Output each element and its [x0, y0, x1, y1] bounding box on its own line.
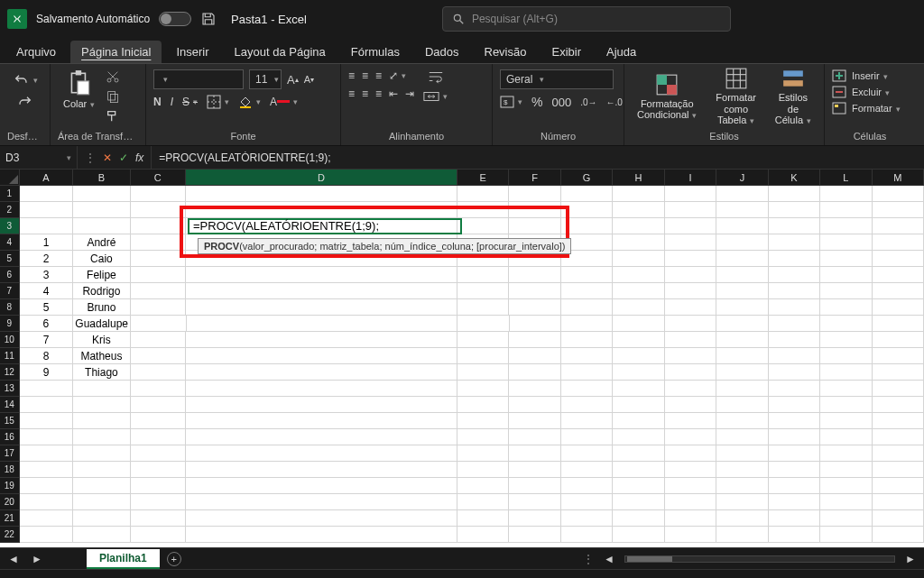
cell[interactable]: [20, 527, 73, 543]
cell[interactable]: [665, 429, 716, 445]
align-bottom-icon[interactable]: ≡: [375, 69, 382, 82]
cell[interactable]: 1: [20, 234, 73, 251]
undo-button[interactable]: [12, 73, 38, 87]
cell[interactable]: [873, 397, 924, 413]
cell[interactable]: [613, 251, 664, 267]
cell[interactable]: [613, 462, 664, 478]
cell[interactable]: [131, 478, 186, 494]
cell[interactable]: [716, 202, 768, 218]
col-header-F[interactable]: F: [509, 170, 560, 186]
cell[interactable]: [820, 202, 872, 218]
cell[interactable]: [131, 251, 186, 267]
name-box[interactable]: D3▾: [0, 146, 78, 169]
cell[interactable]: [186, 445, 457, 462]
tab-insert[interactable]: Inserir: [165, 41, 219, 63]
cell[interactable]: [509, 364, 560, 381]
row-header[interactable]: 16: [0, 429, 20, 445]
cell[interactable]: [186, 283, 457, 299]
cell[interactable]: Rodrigo: [73, 283, 130, 299]
cell[interactable]: [509, 478, 560, 494]
cell[interactable]: [613, 445, 664, 462]
align-right-icon[interactable]: ≡: [375, 87, 382, 100]
conditional-formatting-button[interactable]: Formatação Condicional: [632, 71, 702, 123]
cell[interactable]: [873, 202, 924, 218]
align-left-icon[interactable]: ≡: [348, 87, 355, 100]
cell[interactable]: 7: [20, 332, 73, 348]
cell[interactable]: [561, 494, 613, 510]
cell[interactable]: [509, 186, 560, 202]
cell[interactable]: [873, 445, 924, 462]
cell[interactable]: [73, 186, 130, 202]
col-header-G[interactable]: G: [561, 170, 613, 186]
cell[interactable]: [820, 527, 872, 543]
cell[interactable]: [665, 251, 716, 267]
cell[interactable]: [820, 364, 872, 381]
cell[interactable]: [20, 186, 73, 202]
cell[interactable]: [509, 462, 560, 478]
cell[interactable]: [73, 413, 130, 429]
cell[interactable]: [820, 445, 872, 462]
cell[interactable]: [665, 267, 716, 283]
cell[interactable]: [73, 510, 130, 527]
cell[interactable]: [73, 397, 130, 413]
cell[interactable]: [820, 332, 872, 348]
row-header[interactable]: 3: [0, 218, 20, 234]
cell[interactable]: [613, 510, 664, 527]
cell[interactable]: [131, 494, 186, 510]
cell[interactable]: [665, 381, 716, 397]
cell[interactable]: [873, 494, 924, 510]
cell[interactable]: [561, 397, 613, 413]
cell[interactable]: [613, 202, 664, 218]
cell[interactable]: Thiago: [73, 364, 130, 381]
cell[interactable]: [186, 510, 457, 527]
cell[interactable]: [769, 478, 820, 494]
cell[interactable]: Caio: [73, 251, 130, 267]
cell[interactable]: [131, 267, 186, 283]
cell[interactable]: [509, 510, 560, 527]
cell[interactable]: [131, 364, 186, 381]
col-header-E[interactable]: E: [457, 170, 509, 186]
cell[interactable]: [186, 299, 457, 316]
cell[interactable]: [20, 429, 73, 445]
cell[interactable]: [769, 429, 820, 445]
tab-page-layout[interactable]: Layout da Página: [224, 41, 337, 63]
cell[interactable]: [131, 527, 186, 543]
hscroll-left[interactable]: ◄: [601, 553, 617, 565]
cell[interactable]: [613, 397, 664, 413]
cell[interactable]: [873, 316, 924, 332]
hscroll-right[interactable]: ►: [902, 553, 919, 565]
cell[interactable]: [716, 234, 768, 251]
cell[interactable]: [561, 445, 613, 462]
cell[interactable]: [457, 462, 509, 478]
accounting-format-icon[interactable]: $: [500, 96, 522, 108]
cell[interactable]: [561, 478, 613, 494]
row-header[interactable]: 17: [0, 445, 20, 462]
cell[interactable]: [613, 429, 664, 445]
cell[interactable]: [769, 527, 820, 543]
cell[interactable]: [509, 299, 560, 316]
cell[interactable]: [820, 234, 872, 251]
tab-view[interactable]: Exibir: [541, 41, 592, 63]
cell[interactable]: [665, 462, 716, 478]
cell[interactable]: [613, 267, 664, 283]
cell[interactable]: [509, 397, 560, 413]
cell[interactable]: [510, 316, 561, 332]
cell[interactable]: [820, 462, 872, 478]
cell[interactable]: [665, 494, 716, 510]
align-middle-icon[interactable]: ≡: [362, 69, 368, 82]
row-header[interactable]: 14: [0, 397, 20, 413]
cell[interactable]: [457, 283, 509, 299]
cell[interactable]: [186, 364, 457, 381]
cell[interactable]: [561, 202, 613, 218]
font-size-select[interactable]: 11: [249, 69, 282, 89]
cell[interactable]: [769, 494, 820, 510]
horizontal-scrollbar[interactable]: [624, 555, 895, 563]
cell[interactable]: [665, 527, 716, 543]
cell[interactable]: [509, 202, 560, 218]
cell[interactable]: [873, 413, 924, 429]
tab-data[interactable]: Dados: [414, 41, 470, 63]
cell[interactable]: [561, 429, 613, 445]
cell[interactable]: [665, 348, 716, 364]
cell[interactable]: [716, 332, 768, 348]
cell[interactable]: [457, 510, 509, 527]
